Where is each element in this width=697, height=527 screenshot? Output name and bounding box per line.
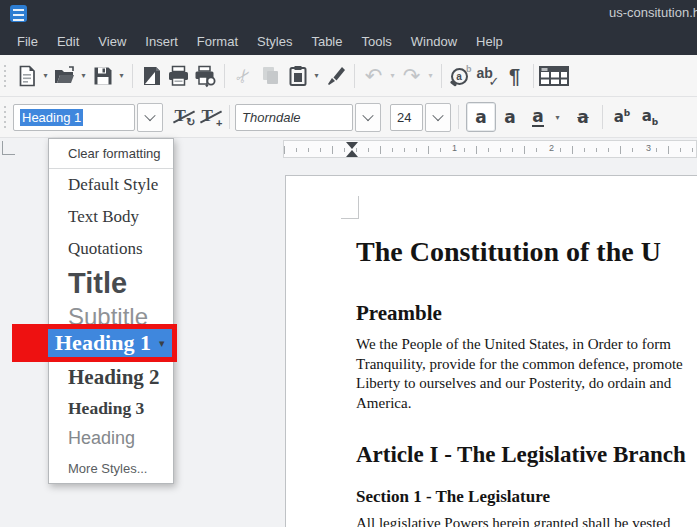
toolbar-separator bbox=[458, 105, 459, 129]
style-item-heading-3[interactable]: Heading 3 bbox=[49, 393, 173, 423]
subscript-icon: ab bbox=[642, 107, 659, 127]
export-pdf-icon bbox=[140, 64, 164, 88]
libreoffice-writer-window: us-consitution.h FileEditViewInsertForma… bbox=[0, 0, 697, 527]
chevron-down-icon bbox=[144, 110, 155, 121]
copy-icon bbox=[263, 67, 279, 84]
clone-formatting-button[interactable] bbox=[322, 62, 349, 90]
font-name-value: Thorndale bbox=[242, 110, 301, 125]
document-page[interactable]: The Constitution of the U Preamble We th… bbox=[285, 175, 697, 527]
menu-item-format[interactable]: Format bbox=[188, 31, 248, 52]
export-pdf-button[interactable] bbox=[138, 62, 165, 90]
style-item-quotations[interactable]: Quotations bbox=[49, 233, 173, 265]
style-item-text-body[interactable]: Text Body bbox=[49, 201, 173, 233]
style-item-submenu-arrow-icon[interactable]: ▾ bbox=[159, 337, 165, 350]
formatting-toolbar: Heading 1 T ↻ T + Thorndale bbox=[0, 97, 697, 138]
spelling-button[interactable]: ab ✓ bbox=[474, 62, 501, 90]
open-button[interactable] bbox=[51, 62, 78, 90]
menu-item-file[interactable]: File bbox=[8, 31, 48, 52]
paragraph-style-dropdown-button[interactable] bbox=[137, 103, 163, 132]
redo-button[interactable]: ↷ bbox=[398, 62, 425, 90]
subscript-button[interactable]: ab bbox=[636, 103, 664, 131]
section-heading: Section 1 - The Legislature bbox=[356, 487, 550, 507]
scissors-icon: ✂ bbox=[232, 64, 255, 87]
find-replace-button[interactable]: a b bbox=[447, 62, 474, 90]
menu-item-table[interactable]: Table bbox=[302, 31, 352, 52]
print-preview-icon bbox=[193, 64, 218, 88]
bold-button[interactable]: a bbox=[466, 102, 496, 132]
menu-item-help[interactable]: Help bbox=[467, 31, 513, 52]
font-name-dropdown-button[interactable] bbox=[355, 103, 381, 132]
redo-dropdown-arrow[interactable]: ▾ bbox=[425, 62, 436, 90]
paste-dropdown-arrow[interactable]: ▾ bbox=[311, 62, 322, 90]
menu-item-styles[interactable]: Styles bbox=[248, 31, 302, 52]
font-name-input[interactable]: Thorndale bbox=[235, 104, 353, 131]
undo-icon: ↶ bbox=[365, 65, 383, 86]
save-dropdown-arrow[interactable]: ▾ bbox=[116, 62, 127, 90]
formatting-marks-button[interactable]: ¶ bbox=[501, 62, 528, 90]
menu-item-tools[interactable]: Tools bbox=[352, 31, 401, 52]
first-line-indent-icon[interactable] bbox=[346, 142, 358, 149]
find-replace-icon: a b bbox=[449, 64, 473, 88]
strikethrough-button[interactable]: a bbox=[569, 103, 597, 131]
italic-button[interactable]: a bbox=[496, 103, 524, 131]
vertical-ruler-corner bbox=[2, 141, 15, 155]
superscript-button[interactable]: ab bbox=[608, 103, 636, 131]
hanging-indent-icon[interactable] bbox=[346, 150, 358, 157]
style-item-more-styles[interactable]: More Styles... bbox=[49, 453, 173, 483]
insert-table-button[interactable] bbox=[539, 62, 569, 90]
underline-icon: a bbox=[532, 108, 543, 127]
font-size-value: 24 bbox=[397, 110, 411, 125]
menu-item-window[interactable]: Window bbox=[402, 31, 467, 52]
toolbar-separator bbox=[354, 64, 355, 88]
toolbar-separator bbox=[533, 64, 534, 88]
print-preview-button[interactable] bbox=[192, 62, 219, 90]
undo-button[interactable]: ↶ bbox=[360, 62, 387, 90]
pilcrow-icon: ¶ bbox=[509, 66, 520, 86]
save-button[interactable] bbox=[89, 62, 116, 90]
paragraph-style-input[interactable]: Heading 1 bbox=[13, 104, 135, 131]
insert-table-icon bbox=[539, 64, 569, 88]
underline-dropdown-arrow[interactable]: ▾ bbox=[552, 103, 563, 131]
copy-button[interactable] bbox=[257, 62, 284, 90]
new-document-dropdown-arrow[interactable]: ▾ bbox=[40, 62, 51, 90]
menu-item-insert[interactable]: Insert bbox=[136, 31, 188, 52]
menu-item-edit[interactable]: Edit bbox=[48, 31, 89, 52]
toolbar-separator bbox=[132, 64, 133, 88]
font-size-input[interactable]: 24 bbox=[390, 104, 423, 131]
style-item-label: Heading 1 bbox=[55, 330, 151, 356]
window-title: us-consitution.h bbox=[609, 5, 697, 20]
title-bar: us-consitution.h bbox=[0, 0, 697, 27]
print-button[interactable] bbox=[165, 62, 192, 90]
body-text-line: Liberty to ourselves and our Posterity, … bbox=[356, 374, 683, 394]
toolbar-separator bbox=[224, 64, 225, 88]
underline-button[interactable]: a bbox=[524, 103, 552, 131]
cut-button[interactable]: ✂ bbox=[230, 62, 257, 90]
style-item-heading-2[interactable]: Heading 2 bbox=[49, 361, 173, 393]
document-title-text: The Constitution of the U bbox=[356, 236, 661, 268]
style-item-title[interactable]: Title bbox=[49, 265, 173, 301]
new-document-button[interactable] bbox=[13, 62, 40, 90]
paste-button[interactable] bbox=[284, 62, 311, 90]
update-style-button[interactable]: T ↻ bbox=[170, 103, 197, 131]
style-item-default-style[interactable]: Default Style bbox=[49, 169, 173, 201]
text-boundary-corner bbox=[341, 196, 359, 219]
preamble-paragraph: We the People of the United States, in O… bbox=[356, 335, 683, 413]
toolbar-drag-handle[interactable] bbox=[3, 65, 8, 87]
style-item-clear-formatting[interactable]: Clear formatting bbox=[49, 139, 173, 168]
horizontal-ruler: 123 bbox=[283, 140, 697, 158]
preamble-heading: Preamble bbox=[356, 301, 442, 326]
paste-clipboard-icon bbox=[286, 64, 310, 88]
ruler-inch-label: 1 bbox=[450, 143, 459, 153]
font-size-dropdown-button[interactable] bbox=[425, 103, 451, 132]
toolbar-separator bbox=[441, 64, 442, 88]
style-item-heading-1[interactable]: Heading 1 ▾ bbox=[48, 329, 172, 357]
toolbar-drag-handle[interactable] bbox=[3, 106, 8, 128]
body-text-line: Tranquility, provide for the common defe… bbox=[356, 355, 683, 375]
new-style-button[interactable]: T + bbox=[197, 103, 224, 131]
new-style-icon: T + bbox=[199, 105, 223, 129]
menu-item-view[interactable]: View bbox=[89, 31, 136, 52]
undo-dropdown-arrow[interactable]: ▾ bbox=[387, 62, 398, 90]
body-text-line: America. bbox=[356, 394, 683, 414]
open-dropdown-arrow[interactable]: ▾ bbox=[78, 62, 89, 90]
style-item-heading[interactable]: Heading bbox=[49, 423, 173, 453]
